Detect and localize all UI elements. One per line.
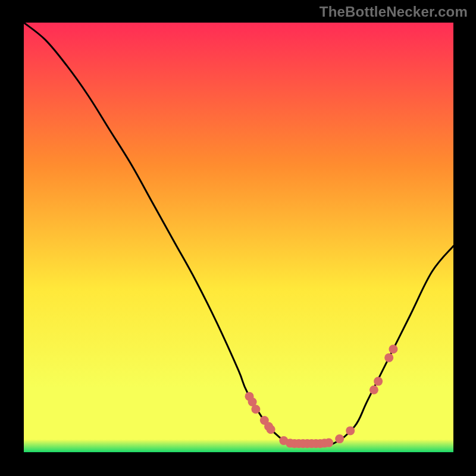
curve-marker xyxy=(324,439,333,447)
bottleneck-chart xyxy=(0,0,476,476)
curve-marker xyxy=(346,426,355,435)
curve-marker xyxy=(335,434,344,443)
watermark-text: TheBottleNecker.com xyxy=(320,4,468,20)
curve-marker xyxy=(384,353,393,362)
curve-marker xyxy=(374,377,383,386)
curve-marker xyxy=(251,405,260,414)
curve-marker xyxy=(267,425,275,434)
chart-stage: TheBottleNecker.com xyxy=(0,0,476,476)
plot-background xyxy=(24,23,453,452)
curve-marker xyxy=(389,345,397,353)
curve-marker xyxy=(369,386,378,394)
